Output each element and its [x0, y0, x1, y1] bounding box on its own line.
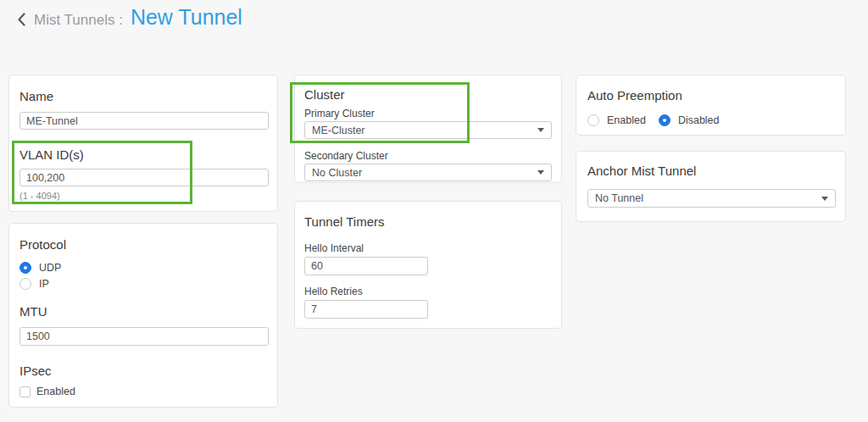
hello-interval-input[interactable] — [304, 257, 428, 275]
ipsec-label: IPsec — [19, 363, 267, 380]
preemption-radio-enabled[interactable]: Enabled — [587, 114, 646, 126]
hello-interval-label: Hello Interval — [304, 242, 552, 255]
hello-retries-input[interactable] — [304, 300, 428, 319]
tunnel-timers-card: Tunnel Timers Hello Interval Hello Retri… — [294, 201, 562, 329]
cluster-highlight-box — [290, 82, 470, 143]
protocol-card: Protocol UDP IP MTU IPsec Enabled — [8, 223, 278, 408]
preemption-radio-disabled[interactable]: Disabled — [659, 114, 720, 126]
secondary-cluster-value: No Cluster — [312, 167, 362, 179]
name-input[interactable] — [19, 112, 269, 130]
checkbox-unchecked-icon[interactable] — [19, 386, 31, 397]
auto-preemption-heading: Auto Preemption — [587, 87, 834, 104]
radio-unselected-icon[interactable] — [587, 114, 599, 126]
ipsec-enabled-label[interactable]: Enabled — [36, 386, 75, 397]
back-chevron-icon[interactable] — [17, 13, 26, 26]
page-title: New Tunnel — [131, 5, 242, 30]
vlan-highlight-box — [12, 141, 192, 204]
radio-selected-icon[interactable] — [19, 262, 31, 274]
secondary-cluster-select[interactable]: No Cluster — [304, 164, 552, 181]
chevron-down-icon — [821, 197, 828, 201]
protocol-heading: Protocol — [19, 236, 267, 253]
hello-retries-label: Hello Retries — [304, 286, 552, 298]
protocol-radio-udp[interactable]: UDP — [19, 262, 267, 274]
chevron-down-icon — [537, 170, 544, 175]
protocol-udp-label[interactable]: UDP — [39, 262, 61, 274]
anchor-tunnel-select[interactable]: No Tunnel — [587, 189, 836, 208]
breadcrumb[interactable]: Mist Tunnels : — [34, 12, 123, 29]
anchor-tunnel-value: No Tunnel — [595, 192, 643, 204]
preemption-enabled-label[interactable]: Enabled — [607, 114, 646, 126]
anchor-mist-tunnel-card: Anchor Mist Tunnel No Tunnel — [576, 151, 846, 222]
radio-unselected-icon[interactable] — [19, 278, 31, 290]
radio-selected-icon[interactable] — [659, 114, 670, 126]
tunnel-timers-heading: Tunnel Timers — [304, 214, 552, 230]
ipsec-enabled-row[interactable]: Enabled — [19, 386, 267, 397]
secondary-cluster-label: Secondary Cluster — [304, 150, 552, 163]
anchor-heading: Anchor Mist Tunnel — [587, 163, 834, 180]
protocol-ip-label[interactable]: IP — [39, 278, 49, 290]
mtu-label: MTU — [19, 303, 267, 320]
name-label: Name — [19, 88, 267, 105]
protocol-radio-ip[interactable]: IP — [19, 278, 267, 290]
preemption-disabled-label[interactable]: Disabled — [678, 114, 720, 126]
mtu-input[interactable] — [19, 327, 269, 346]
page-header: Mist Tunnels : New Tunnel — [17, 5, 242, 30]
chevron-down-icon — [537, 128, 544, 132]
auto-preemption-card: Auto Preemption Enabled Disabled — [576, 75, 846, 136]
